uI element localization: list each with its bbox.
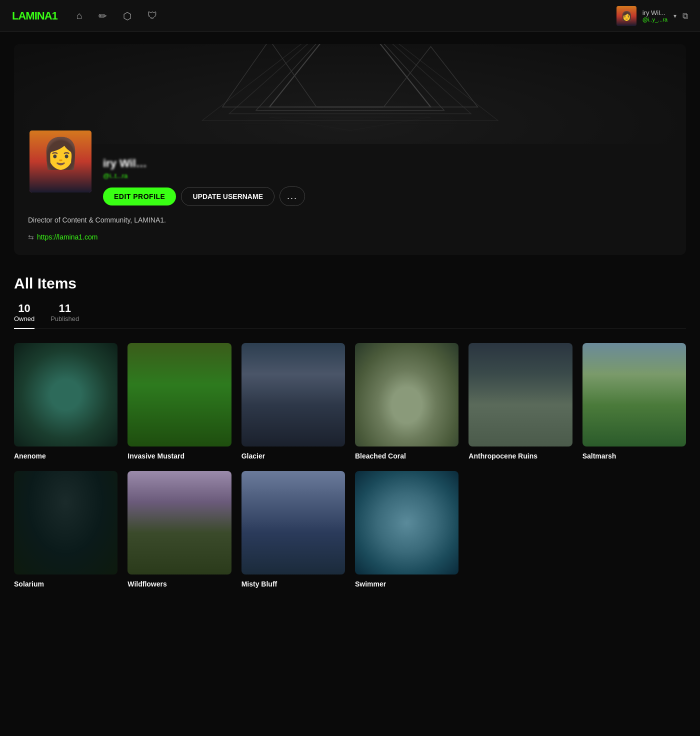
nav-avatar-image: 👩: [616, 6, 636, 26]
nav-icons: ⌂ ✏ ⬡ 🛡: [74, 7, 616, 25]
item-name-saltmarsh: Saltmarsh: [582, 452, 686, 460]
item-thumb-inner-invasive-mustard: [128, 343, 231, 446]
nav-chevron-icon[interactable]: ▾: [674, 12, 676, 20]
item-name-solarium: Solarium: [14, 580, 118, 588]
published-count: 11: [59, 302, 71, 315]
item-thumb-inner-anthropocene: [468, 343, 572, 446]
tabs-row: 10 Owned 11 Published: [14, 302, 686, 329]
grid-item-anthropocene[interactable]: Anthropocene Ruins: [468, 343, 572, 461]
grid-item-swimmer[interactable]: Swimmer: [355, 471, 458, 589]
item-thumbnail-misty-bluff: [242, 471, 345, 574]
update-username-button[interactable]: UPDATE USERNAME: [181, 187, 274, 206]
more-options-button[interactable]: ...: [280, 186, 305, 206]
item-thumb-inner-misty-bluff: [242, 471, 345, 574]
banner-mountain: [14, 44, 686, 144]
item-thumb-inner-swimmer: [355, 471, 458, 574]
profile-handle: @i..t...ra: [103, 172, 672, 180]
nav-copy-icon[interactable]: ⧉: [682, 12, 688, 20]
home-nav-button[interactable]: ⌂: [74, 7, 86, 25]
item-name-invasive-mustard: Invasive Mustard: [128, 452, 231, 460]
items-title: All Items: [14, 275, 686, 292]
item-thumb-inner-saltmarsh: [582, 343, 686, 446]
grid-item-bleached-coral[interactable]: Bleached Coral: [355, 343, 458, 461]
navbar: LAMINA1 ⌂ ✏ ⬡ 🛡 👩 iry Wil... @i..y_...ra…: [0, 0, 700, 32]
profile-website-link[interactable]: https://lamina1.com: [37, 233, 98, 241]
profile-bio: Director of Content & Community, LAMINA1…: [28, 216, 672, 224]
item-name-wildflowers: Wildflowers: [128, 580, 231, 588]
item-thumbnail-solarium: [14, 471, 118, 574]
profile-info-area: 👩 iry Wil… @i..t...ra EDIT PROFILE UPDAT…: [14, 144, 686, 255]
owned-label: Owned: [14, 315, 34, 322]
svg-marker-5: [384, 46, 478, 107]
item-thumb-inner-solarium: [14, 471, 118, 574]
tab-published[interactable]: 11 Published: [50, 302, 79, 328]
profile-display-name: iry Wil…: [103, 157, 672, 170]
profile-avatar-image: 👩: [30, 130, 92, 192]
published-label: Published: [50, 315, 79, 322]
item-name-anthropocene: Anthropocene Ruins: [468, 452, 572, 460]
item-thumbnail-anenome: [14, 343, 118, 446]
nav-display-name: iry Wil...: [642, 9, 668, 16]
brand-name: LAMINA: [12, 10, 52, 22]
nav-user-area: 👩 iry Wil... @i..y_...ra ▾ ⧉: [616, 6, 688, 26]
brand-suffix: 1: [52, 10, 58, 22]
item-thumbnail-bleached-coral: [355, 343, 458, 446]
item-name-bleached-coral: Bleached Coral: [355, 452, 458, 460]
nav-avatar[interactable]: 👩: [616, 6, 636, 26]
grid-item-misty-bluff[interactable]: Misty Bluff: [242, 471, 345, 589]
profile-avatar[interactable]: 👩: [28, 129, 93, 194]
item-thumbnail-glacier: [242, 343, 345, 446]
grid-item-invasive-mustard[interactable]: Invasive Mustard: [128, 343, 231, 461]
nav-user-info: iry Wil... @i..y_...ra: [642, 9, 668, 22]
profile-section: 👩 iry Wil… @i..t...ra EDIT PROFILE UPDAT…: [14, 44, 686, 255]
items-grid: Anenome Invasive Mustard Glacier Bleache…: [14, 343, 686, 588]
item-name-glacier: Glacier: [242, 452, 345, 460]
svg-marker-2: [229, 44, 471, 114]
owned-count: 10: [18, 302, 30, 315]
brand-logo[interactable]: LAMINA1: [12, 10, 58, 22]
grid-item-anenome[interactable]: Anenome: [14, 343, 118, 461]
profile-link: ⇆ https://lamina1.com: [28, 233, 672, 241]
item-name-misty-bluff: Misty Bluff: [242, 580, 345, 588]
svg-marker-1: [256, 44, 444, 110]
item-name-swimmer: Swimmer: [355, 580, 458, 588]
nav-handle: @i..y_...ra: [642, 16, 668, 22]
profile-details: iry Wil… @i..t...ra EDIT PROFILE UPDATE …: [103, 154, 672, 206]
grid-item-glacier[interactable]: Glacier: [242, 343, 345, 461]
grid-item-saltmarsh[interactable]: Saltmarsh: [582, 343, 686, 461]
item-thumbnail-invasive-mustard: [128, 343, 231, 446]
item-thumbnail-saltmarsh: [582, 343, 686, 446]
grid-item-wildflowers[interactable]: Wildflowers: [128, 471, 231, 589]
profile-top: 👩 iry Wil… @i..t...ra EDIT PROFILE UPDAT…: [28, 154, 672, 206]
item-thumb-inner-bleached-coral: [355, 343, 458, 446]
svg-marker-3: [202, 44, 498, 120]
item-thumbnail-swimmer: [355, 471, 458, 574]
shield-nav-button[interactable]: 🛡: [144, 7, 160, 25]
item-thumb-inner-glacier: [242, 343, 345, 446]
svg-marker-0: [270, 44, 431, 107]
item-thumbnail-wildflowers: [128, 471, 231, 574]
items-section: All Items 10 Owned 11 Published Anenome …: [0, 255, 700, 608]
tab-owned[interactable]: 10 Owned: [14, 302, 34, 328]
item-name-anenome: Anenome: [14, 452, 118, 460]
link-icon: ⇆: [28, 233, 34, 241]
profile-banner: [14, 44, 686, 144]
mountain-svg: [148, 44, 552, 134]
grid-item-solarium[interactable]: Solarium: [14, 471, 118, 589]
item-thumb-inner-wildflowers: [128, 471, 231, 574]
item-thumbnail-anthropocene: [468, 343, 572, 446]
edit-nav-button[interactable]: ✏: [96, 7, 110, 25]
svg-marker-4: [222, 44, 316, 107]
profile-actions: EDIT PROFILE UPDATE USERNAME ...: [103, 186, 672, 206]
item-thumb-inner-anenome: [14, 343, 118, 446]
edit-profile-button[interactable]: EDIT PROFILE: [103, 188, 176, 206]
box-nav-button[interactable]: ⬡: [120, 7, 134, 25]
